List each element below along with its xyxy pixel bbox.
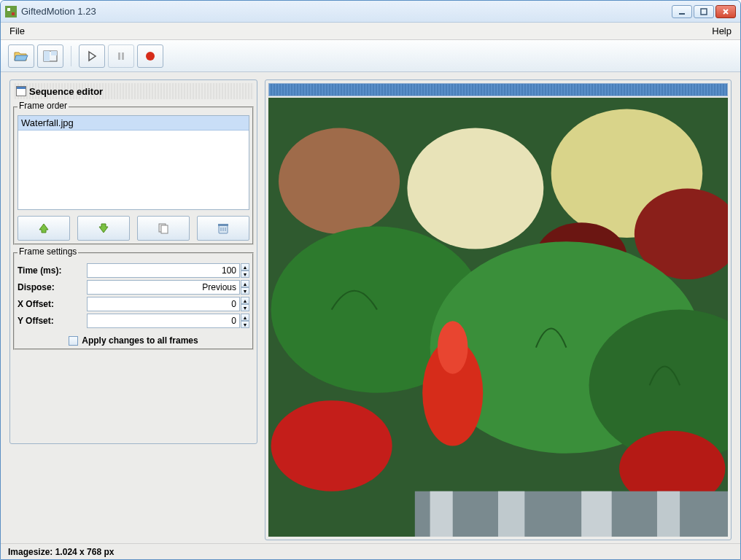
open-button[interactable] [8,44,34,68]
svg-rect-8 [118,52,120,60]
time-input[interactable] [87,263,240,278]
svg-point-29 [438,321,468,374]
svg-rect-6 [44,51,50,61]
statusbar: Imagesize: 1.024 x 768 px [1,543,740,559]
dispose-label: Dispose: [18,282,87,292]
svg-point-27 [271,400,392,491]
xoffset-spin-down[interactable]: ▼ [241,304,249,311]
svg-rect-9 [122,52,124,60]
apply-all-row[interactable]: Apply changes to all frames [18,335,249,346]
record-button[interactable] [137,44,163,68]
titlebar: GiftedMotion 1.23 [1,1,740,23]
preview-image [268,98,728,537]
move-up-button[interactable] [18,216,70,241]
apply-all-checkbox[interactable] [69,336,78,346]
workspace: Sequence editor Frame order Waterfall.jp… [1,72,740,543]
pause-button [108,44,134,68]
frame-list[interactable]: Waterfall.jpg [18,115,249,210]
yoffset-spin-down[interactable]: ▼ [241,321,249,328]
svg-rect-31 [415,491,728,537]
toolbar [1,40,740,72]
dispose-spin-up[interactable]: ▲ [241,280,249,287]
dispose-input[interactable] [87,280,240,295]
svg-rect-0 [5,6,17,18]
svg-rect-3 [679,13,685,15]
menubar: File Help [1,23,740,40]
file-menu[interactable]: File [7,24,28,38]
svg-rect-1 [7,8,10,11]
svg-rect-4 [701,9,707,15]
panel-window-icon [16,86,26,96]
move-down-button[interactable] [77,216,130,241]
copy-button[interactable] [137,216,190,241]
svg-rect-2 [12,12,15,15]
yoffset-spin-up[interactable]: ▲ [241,314,249,321]
svg-point-19 [279,128,400,234]
svg-rect-7 [51,51,57,55]
preview-titlebar[interactable] [268,83,728,96]
time-spin-up[interactable]: ▲ [241,263,249,271]
xoffset-label: X Offset: [18,299,87,309]
minimize-button[interactable] [672,5,692,18]
frame-settings-group: Frame settings Time (ms): ▲▼ Dispose: ▲▼… [13,248,254,350]
svg-rect-33 [498,491,524,537]
frame-order-label: Frame order [18,101,69,111]
svg-point-20 [407,128,543,249]
play-button[interactable] [79,44,105,68]
window-title: GiftedMotion 1.23 [21,6,96,17]
maximize-button[interactable] [694,5,714,18]
imagesize-label: Imagesize: 1.024 x 768 px [8,547,114,557]
svg-rect-34 [581,491,612,537]
svg-rect-12 [161,225,168,233]
svg-rect-35 [657,491,680,537]
svg-rect-14 [218,224,228,226]
sequence-editor-label: Sequence editor [29,86,103,97]
frame-order-group: Frame order Waterfall.jpg [13,102,254,245]
yoffset-label: Y Offset: [18,316,87,326]
xoffset-input[interactable] [87,297,240,311]
app-icon [5,6,17,18]
svg-rect-32 [430,491,453,537]
time-spin-down[interactable]: ▼ [241,271,249,278]
delete-button[interactable] [197,216,249,241]
frame-settings-label: Frame settings [18,246,78,257]
close-button[interactable] [715,5,736,18]
dispose-spin-down[interactable]: ▼ [241,287,249,295]
svg-point-10 [146,52,155,61]
help-menu[interactable]: Help [709,24,734,38]
apply-all-label: Apply changes to all frames [82,335,198,346]
xoffset-spin-up[interactable]: ▲ [241,297,249,304]
yoffset-input[interactable] [87,314,240,328]
time-label: Time (ms): [18,265,87,276]
sequence-editor-title: Sequence editor [13,83,254,99]
list-item[interactable]: Waterfall.jpg [18,116,249,131]
layout-button[interactable] [37,44,63,68]
sequence-editor-panel: Sequence editor Frame order Waterfall.jp… [9,79,257,444]
preview-panel [265,79,732,540]
